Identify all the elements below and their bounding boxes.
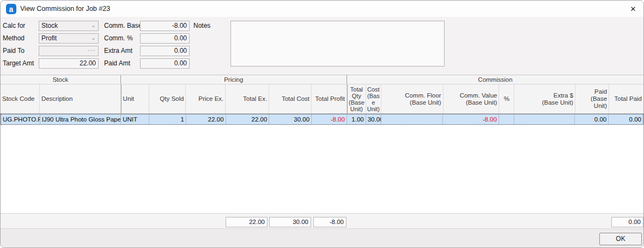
paid-to-label: Paid To bbox=[3, 46, 25, 56]
cell-cost-base[interactable]: 30.00 bbox=[366, 114, 381, 124]
comm-pct-label: Comm. % bbox=[104, 33, 133, 44]
cell-comm-value[interactable]: -8.00 bbox=[443, 114, 499, 124]
cell-total-paid[interactable]: 0.00 bbox=[609, 114, 643, 124]
cell-total-ex[interactable]: 22.00 bbox=[226, 114, 270, 124]
cell-extra-base[interactable] bbox=[514, 114, 575, 124]
cell-total-cost[interactable]: 30.00 bbox=[269, 114, 312, 124]
total-ex-sum: 22.00 bbox=[226, 217, 268, 227]
dialog-title: View Commission for Job #23 bbox=[20, 1, 110, 17]
cell-total-profit[interactable]: -8.00 bbox=[312, 114, 347, 124]
total-cost-sum: 30.00 bbox=[269, 217, 311, 227]
method-select[interactable]: Profit ⌄ bbox=[39, 33, 99, 44]
col-header-price-ex: Price Ex. bbox=[186, 84, 226, 113]
grid-column-headers: Stock Code Description Unit Qty Sold Pri… bbox=[1, 84, 643, 114]
calc-for-select[interactable]: Stock ⌄ bbox=[39, 21, 99, 31]
titlebar: a View Commission for Job #23 ✕ bbox=[1, 1, 643, 17]
ok-button[interactable]: OK bbox=[599, 233, 642, 245]
dialog-view-commission: a View Commission for Job #23 ✕ Calc for… bbox=[0, 0, 644, 248]
method-label: Method bbox=[3, 33, 25, 44]
lookup-ellipsis-icon[interactable]: ··· bbox=[88, 46, 96, 56]
paid-amt-label: Paid Amt bbox=[104, 58, 130, 69]
col-header-comm-value: Comm. Value (Base Unit) bbox=[443, 84, 500, 113]
calc-for-value: Stock bbox=[41, 22, 58, 29]
commission-grid: Stock Pricing Commission Stock Code Desc… bbox=[1, 75, 643, 213]
col-header-extra-base: Extra $ (Base Unit) bbox=[514, 84, 575, 113]
cell-percent[interactable] bbox=[499, 114, 514, 124]
cell-total-qty-base[interactable]: 1.00 bbox=[347, 114, 366, 124]
col-header-qty-sold: Qty Sold bbox=[149, 84, 186, 113]
group-stock: Stock bbox=[1, 75, 121, 84]
app-icon: a bbox=[6, 4, 16, 14]
comm-pct-field[interactable]: 0.00 bbox=[140, 33, 190, 44]
calc-for-label: Calc for bbox=[3, 21, 25, 31]
col-header-total-profit: Total Profit bbox=[312, 84, 347, 113]
method-value: Profit bbox=[41, 34, 57, 42]
target-amt-field[interactable]: 22.00 bbox=[39, 58, 99, 69]
table-row[interactable]: UG.PHOTO.P IJ90 Ultra Photo Gloss Paper … bbox=[1, 114, 643, 125]
paid-to-field[interactable]: ··· bbox=[39, 46, 99, 56]
chevron-down-icon: ⌄ bbox=[91, 21, 96, 31]
paid-amt-field[interactable]: 0.00 bbox=[140, 58, 190, 69]
totals-strip: 22.00 30.00 -8.00 0.00 bbox=[1, 213, 643, 228]
notes-textarea[interactable] bbox=[230, 21, 445, 66]
cell-description[interactable]: IJ90 Ultra Photo Gloss Paper bbox=[40, 114, 121, 124]
cell-price-ex[interactable]: 22.00 bbox=[186, 114, 226, 124]
comm-base-label: Comm. Base bbox=[104, 21, 142, 31]
notes-label: Notes bbox=[193, 21, 210, 31]
group-commission: Commission bbox=[347, 75, 643, 84]
cell-comm-floor[interactable] bbox=[381, 114, 443, 124]
cell-paid-base[interactable]: 0.00 bbox=[575, 114, 609, 124]
chevron-down-icon: ⌄ bbox=[91, 34, 96, 43]
col-header-cost-base: Cost (Base Unit) bbox=[366, 84, 381, 113]
footer-bar: OK bbox=[1, 228, 643, 247]
close-icon[interactable]: ✕ bbox=[626, 2, 640, 15]
col-header-percent: % bbox=[499, 84, 514, 113]
col-header-total-paid: Total Paid bbox=[609, 84, 643, 113]
col-header-comm-floor: Comm. Floor (Base Unit) bbox=[381, 84, 443, 113]
cell-stock-code[interactable]: UG.PHOTO.P bbox=[1, 114, 40, 124]
cell-unit[interactable]: UNIT bbox=[121, 114, 149, 124]
col-header-total-ex: Total Ex. bbox=[226, 84, 269, 113]
group-pricing: Pricing bbox=[121, 75, 347, 84]
col-header-total-qty-base: Total Qty (Base Unit) bbox=[347, 84, 366, 113]
col-header-total-cost: Total Cost bbox=[269, 84, 312, 113]
total-profit-sum: -8.00 bbox=[313, 217, 347, 227]
total-paid-sum: 0.00 bbox=[611, 217, 643, 227]
extra-amt-label: Extra Amt bbox=[104, 46, 132, 56]
col-header-unit: Unit bbox=[121, 84, 149, 113]
grid-group-header: Stock Pricing Commission bbox=[1, 75, 643, 84]
col-header-stock-code: Stock Code bbox=[1, 84, 40, 113]
cell-qty-sold[interactable]: 1 bbox=[149, 114, 186, 124]
col-header-paid-base: Paid (Base Unit) bbox=[575, 84, 609, 113]
comm-base-field[interactable]: -8.00 bbox=[140, 21, 190, 31]
target-amt-label: Target Amt bbox=[3, 58, 34, 69]
extra-amt-field[interactable]: 0.00 bbox=[140, 46, 190, 56]
col-header-description: Description bbox=[40, 84, 121, 113]
